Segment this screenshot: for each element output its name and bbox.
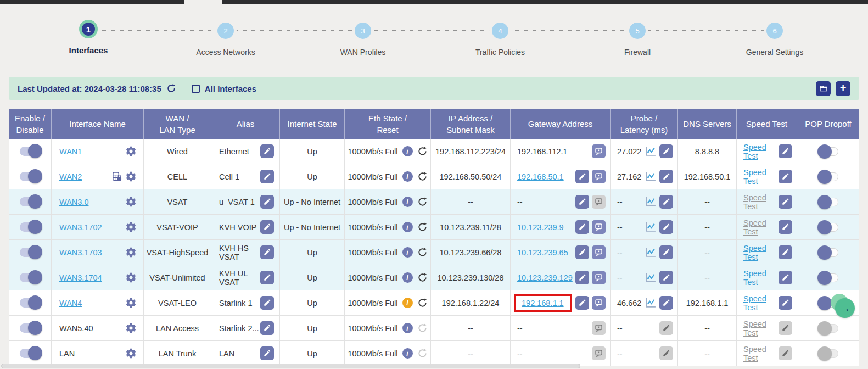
gateway-ping-monitor-icon[interactable]	[592, 245, 606, 259]
enable-disable-toggle[interactable]	[20, 147, 41, 156]
speed-test-link[interactable]: Speed Test	[743, 320, 779, 337]
speed-test-link[interactable]: Speed Test	[743, 345, 779, 362]
gateway-ping-monitor-icon[interactable]	[592, 346, 606, 360]
probe-edit-button[interactable]	[659, 170, 673, 183]
reset-icon[interactable]	[417, 171, 428, 182]
alias-edit-button[interactable]	[260, 296, 274, 310]
stepper-step[interactable]: 5 Firewall	[569, 11, 706, 57]
speed-test-link[interactable]: Speed Test	[743, 193, 779, 211]
gateway-address[interactable]: 10.123.239.9	[517, 223, 564, 232]
speed-test-link[interactable]: Speed Test	[743, 244, 779, 261]
settings-gear-icon[interactable]	[125, 196, 137, 208]
step-number-circle[interactable]: 6	[766, 23, 783, 39]
stepper-step[interactable]: 3 WAN Profiles	[294, 11, 432, 57]
speed-test-edit-button[interactable]	[779, 144, 792, 158]
info-icon[interactable]: i	[402, 348, 413, 359]
stepper-step[interactable]: 1 Interfaces	[20, 11, 157, 55]
gateway-address[interactable]: 10.123.239.65	[517, 248, 568, 257]
gateway-address[interactable]: 10.123.239.129	[517, 273, 573, 282]
stepper-step[interactable]: 4 Traffic Policies	[432, 11, 569, 57]
step-number-circle[interactable]: 4	[492, 23, 508, 39]
enable-disable-toggle[interactable]	[20, 298, 41, 308]
stepper-step[interactable]: 6 General Settings	[706, 11, 843, 57]
reset-icon[interactable]	[417, 146, 428, 156]
speed-test-link[interactable]: Speed Test	[743, 294, 779, 312]
probe-edit-button[interactable]	[659, 346, 673, 360]
gateway-ping-monitor-icon[interactable]	[592, 321, 606, 335]
enable-disable-toggle[interactable]	[20, 349, 41, 358]
interface-name-link[interactable]: WAN1	[59, 147, 82, 156]
info-icon[interactable]: i	[402, 298, 413, 308]
latency-graph-icon[interactable]	[645, 146, 657, 157]
add-interface-button[interactable]: +	[836, 81, 850, 96]
enable-disable-toggle[interactable]	[20, 197, 41, 206]
speed-test-link[interactable]: Speed Test	[743, 168, 779, 186]
speed-test-edit-button[interactable]	[779, 220, 792, 234]
info-icon[interactable]: i	[402, 247, 413, 258]
enable-disable-toggle[interactable]	[20, 222, 41, 232]
info-icon[interactable]: i	[402, 146, 413, 156]
reset-icon[interactable]	[417, 348, 428, 359]
speed-test-edit-button[interactable]	[779, 170, 792, 183]
gateway-edit-button[interactable]	[575, 195, 589, 209]
probe-edit-button[interactable]	[659, 245, 673, 259]
latency-graph-icon[interactable]	[645, 221, 657, 233]
reset-icon[interactable]	[417, 298, 428, 308]
pop-dropoff-toggle[interactable]	[819, 147, 838, 156]
settings-gear-icon[interactable]	[125, 322, 137, 334]
alias-edit-button[interactable]	[260, 321, 274, 335]
speed-test-edit-button[interactable]	[779, 296, 792, 310]
pop-dropoff-toggle[interactable]	[819, 349, 838, 358]
info-icon[interactable]: i	[402, 197, 413, 207]
info-icon[interactable]: i	[402, 272, 413, 283]
speed-test-link[interactable]: Speed Test	[743, 269, 779, 287]
reset-icon[interactable]	[417, 222, 428, 232]
gateway-address[interactable]: 192.168.50.1	[517, 172, 564, 181]
reset-icon[interactable]	[417, 272, 428, 283]
alias-edit-button[interactable]	[260, 220, 274, 234]
settings-gear-icon[interactable]	[125, 221, 137, 233]
info-icon[interactable]: i	[402, 171, 413, 182]
gateway-ping-monitor-icon[interactable]	[592, 144, 606, 158]
interface-name-link[interactable]: WAN3.0	[59, 198, 88, 206]
pop-dropoff-toggle[interactable]	[819, 324, 838, 333]
gateway-edit-button[interactable]	[575, 220, 589, 234]
interface-name-link[interactable]: WAN3.1703	[59, 248, 102, 257]
settings-gear-icon[interactable]	[125, 247, 137, 258]
gateway-ping-monitor-icon[interactable]	[592, 271, 606, 284]
interface-name-link[interactable]: WAN3.1704	[59, 273, 102, 282]
alias-edit-button[interactable]	[260, 195, 274, 209]
probe-edit-button[interactable]	[659, 195, 673, 209]
info-icon[interactable]: i	[402, 222, 413, 232]
probe-edit-button[interactable]	[659, 321, 673, 335]
pop-dropoff-toggle[interactable]	[819, 223, 838, 232]
speed-test-link[interactable]: Speed Test	[743, 219, 779, 236]
probe-edit-button[interactable]	[659, 296, 673, 310]
gateway-ping-monitor-icon[interactable]	[592, 170, 606, 183]
latency-graph-icon[interactable]	[645, 247, 657, 258]
speed-test-edit-button[interactable]	[779, 245, 792, 259]
probe-edit-button[interactable]	[659, 144, 673, 158]
probe-edit-button[interactable]	[659, 271, 673, 284]
latency-graph-icon[interactable]	[645, 272, 657, 283]
stepper-step[interactable]: 2 Access Networks	[157, 11, 294, 57]
interface-name-link[interactable]: WAN3.1702	[59, 223, 102, 232]
gateway-edit-button[interactable]	[575, 271, 589, 284]
alias-edit-button[interactable]	[260, 170, 274, 183]
speed-test-edit-button[interactable]	[779, 271, 792, 284]
pop-dropoff-toggle[interactable]	[819, 198, 838, 206]
enable-disable-toggle[interactable]	[20, 248, 41, 257]
settings-gear-icon[interactable]	[125, 272, 137, 283]
probe-edit-button[interactable]	[659, 220, 673, 234]
speed-test-edit-button[interactable]	[779, 346, 792, 360]
interface-view-button[interactable]	[816, 81, 831, 96]
step-number-circle[interactable]: 1	[79, 20, 98, 38]
gateway-edit-button[interactable]	[575, 245, 589, 259]
speed-test-edit-button[interactable]	[779, 195, 792, 209]
speed-test-link[interactable]: Speed Test	[743, 143, 779, 160]
alias-edit-button[interactable]	[260, 144, 274, 158]
reset-icon[interactable]	[417, 197, 428, 207]
all-interfaces-checkbox[interactable]	[192, 85, 200, 93]
pop-dropoff-toggle[interactable]	[819, 248, 838, 257]
next-arrow-button[interactable]: →	[835, 298, 855, 318]
